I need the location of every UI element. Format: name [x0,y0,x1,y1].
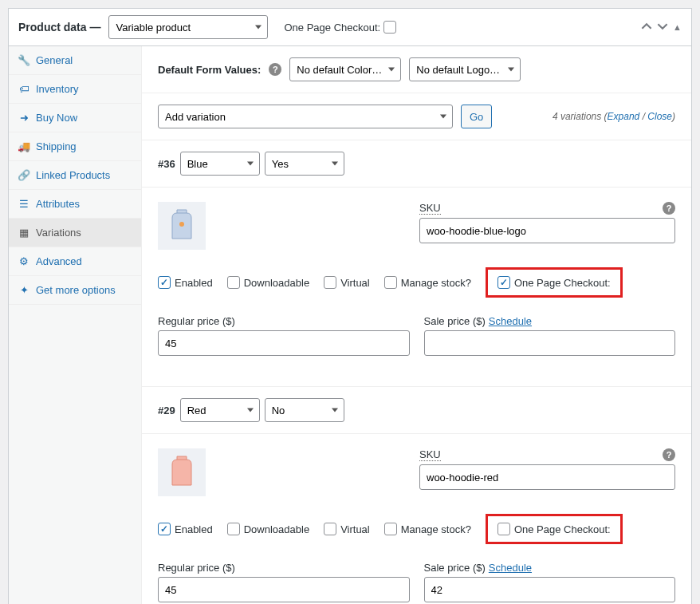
sidebar-item-label: General [36,54,73,66]
checkbox-icon [227,276,240,289]
sale-price-label: Sale price ($) [424,562,486,574]
sale-price-input[interactable] [424,577,676,602]
sidebar-item-label: Variations [36,227,81,239]
variations-meta: 4 variations (Expand / Close) [553,111,675,122]
grid-icon: ▦ [18,227,29,239]
arrow-right-circle-icon: ➜ [18,113,29,124]
sku-label: SKU [419,448,441,461]
chevron-up-icon[interactable] [641,21,652,34]
checkbox-icon [384,276,397,289]
checkbox-icon [497,523,510,535]
schedule-link[interactable]: Schedule [489,562,532,574]
gear-icon: ⚙ [18,256,29,267]
sidebar-item-label: Get more options [36,284,116,296]
virtual-check[interactable]: Virtual [324,523,370,535]
sku-input[interactable] [419,218,675,243]
chevron-down-icon[interactable] [657,21,668,34]
variation-body: SKU ? Enabled Downloadable [142,188,691,370]
sidebar-item-general[interactable]: 🔧 General [9,46,141,75]
sidebar-item-label: Buy Now [36,112,77,124]
checkbox-icon [324,276,336,289]
opc-header-checkbox[interactable] [383,21,396,34]
sidebar-item-buy-now[interactable]: ➜ Buy Now [9,104,141,132]
sidebar-item-label: Shipping [36,140,77,152]
svg-point-0 [179,222,184,227]
checkbox-icon [158,523,171,535]
manage-stock-check[interactable]: Manage stock? [384,276,471,289]
truck-icon: 🚚 [18,141,29,152]
check-label: Downloadable [244,523,309,535]
check-label: Virtual [340,277,370,289]
add-variation-row: Add variation Go 4 variations (Expand / … [142,93,691,140]
sidebar: 🔧 General 🏷 Inventory ➜ Buy Now 🚚 Shippi… [9,46,142,604]
sidebar-item-inventory[interactable]: 🏷 Inventory [9,75,141,104]
default-values-label: Default Form Values: [158,64,261,76]
panel-header-icons: ▲ [641,21,682,34]
add-variation-select[interactable]: Add variation [158,105,453,128]
opc-check[interactable]: One Page Checkout: [497,523,611,535]
downloadable-check[interactable]: Downloadable [227,276,309,289]
sidebar-item-shipping[interactable]: 🚚 Shipping [9,132,141,161]
regular-price-input[interactable] [158,577,410,602]
enabled-check[interactable]: Enabled [158,523,213,535]
default-color-select[interactable]: No default Color… [289,57,401,81]
sidebar-item-advanced[interactable]: ⚙ Advanced [9,247,141,276]
variation-thumbnail[interactable] [158,202,206,250]
regular-price-label: Regular price ($) [158,315,235,327]
link-icon: 🔗 [18,170,29,181]
sidebar-item-linked-products[interactable]: 🔗 Linked Products [9,161,141,190]
variation-id: #36 [158,158,175,170]
downloadable-check[interactable]: Downloadable [227,523,309,535]
checkbox-icon [158,276,171,289]
sidebar-item-label: Inventory [36,83,78,95]
tag-icon: 🏷 [18,84,29,95]
variations-count: 4 variations [553,111,601,122]
sidebar-item-label: Linked Products [36,169,110,181]
help-icon[interactable]: ? [269,63,281,76]
variation-body: SKU ? Enabled Downloadable [142,434,691,604]
opc-highlight-box: One Page Checkout: [486,514,623,544]
sidebar-item-variations[interactable]: ▦ Variations [9,219,141,247]
panel-body: 🔧 General 🏷 Inventory ➜ Buy Now 🚚 Shippi… [9,46,691,604]
check-label: Downloadable [244,277,309,289]
sale-price-input[interactable] [424,330,676,356]
variation-header: #29 Red No [142,386,691,434]
list-icon: ☰ [18,199,29,210]
variation-id: #29 [158,405,175,416]
variation-thumbnail[interactable] [158,448,206,496]
opc-header-label: One Page Checkout: [284,22,380,34]
checkbox-icon [384,523,397,535]
sidebar-item-label: Attributes [36,198,80,210]
help-icon[interactable]: ? [663,448,675,461]
regular-price-input[interactable] [158,330,410,356]
check-label: Virtual [340,523,370,535]
close-link[interactable]: Close [647,111,672,122]
schedule-link[interactable]: Schedule [489,315,532,327]
default-form-values-row: Default Form Values: ? No default Color…… [142,46,691,93]
virtual-check[interactable]: Virtual [324,276,370,289]
default-logo-select[interactable]: No default Logo… [409,57,521,81]
variation-color-select[interactable]: Blue [180,152,260,176]
expand-link[interactable]: Expand [608,111,640,122]
go-button[interactable]: Go [461,105,492,128]
sale-price-label: Sale price ($) [424,315,486,327]
variation-logo-select[interactable]: No [265,398,344,422]
product-data-panel: Product data — Variable product One Page… [8,8,692,604]
manage-stock-check[interactable]: Manage stock? [384,523,471,535]
variation-logo-select[interactable]: Yes [265,152,344,176]
sidebar-item-attributes[interactable]: ☰ Attributes [9,190,141,219]
variation-header: #36 Blue Yes [142,140,691,188]
sidebar-item-label: Advanced [36,255,82,267]
sidebar-item-get-more[interactable]: ✦ Get more options [9,276,141,305]
sku-input[interactable] [419,464,675,490]
variation-color-select[interactable]: Red [180,398,260,422]
wrench-icon: 🔧 [18,55,29,66]
help-icon[interactable]: ? [663,202,675,215]
panel-title: Product data — [18,21,100,34]
enabled-check[interactable]: Enabled [158,276,213,289]
sparkle-icon: ✦ [18,285,29,296]
main-content: Default Form Values: ? No default Color…… [142,46,691,604]
triangle-up-icon[interactable]: ▲ [673,22,682,32]
opc-check[interactable]: One Page Checkout: [497,276,611,289]
product-type-select[interactable]: Variable product [108,15,268,39]
